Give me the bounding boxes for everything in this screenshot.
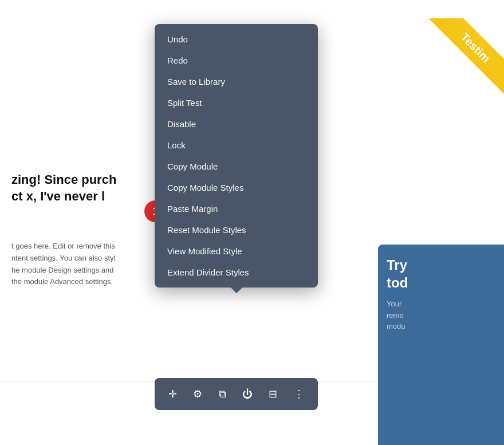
menu-item-disable[interactable]: Disable <box>155 113 318 135</box>
context-menu: UndoRedoSave to LibrarySplit TestDisable… <box>155 24 318 288</box>
small-text-3: he module Design settings and <box>11 266 114 274</box>
menu-item-paste-margin[interactable]: Paste Margin <box>155 198 318 219</box>
small-text-1: t goes here. Edit or remove this <box>11 242 115 250</box>
menu-item-extend-divider-styles[interactable]: Extend Divider Styles <box>155 262 318 283</box>
ribbon-decoration: Testim <box>401 18 504 121</box>
menu-item-undo[interactable]: Undo <box>155 29 318 50</box>
power-icon[interactable]: ⏻ <box>239 385 256 404</box>
text-content-small: t goes here. Edit or remove this ntent s… <box>0 235 158 294</box>
text-content-bold: zing! Since purch ct x, I've never l <box>0 160 160 216</box>
menu-item-reset-module-styles[interactable]: Reset Module Styles <box>155 219 318 241</box>
menu-item-copy-module-styles[interactable]: Copy Module Styles <box>155 177 318 198</box>
delete-icon[interactable]: ⊟ <box>265 384 281 404</box>
ribbon-text: Testim <box>426 18 504 97</box>
small-text-4: the module Advanced settings. <box>11 277 113 286</box>
menu-item-copy-module[interactable]: Copy Module <box>155 156 318 177</box>
blue-card-subtext: Your remo modu <box>387 298 495 332</box>
menu-item-save-to-library[interactable]: Save to Library <box>155 71 318 92</box>
menu-item-redo[interactable]: Redo <box>155 50 318 71</box>
duplicate-icon[interactable]: ⧉ <box>215 385 230 404</box>
settings-icon[interactable]: ⚙ <box>190 384 206 404</box>
menu-item-lock[interactable]: Lock <box>155 135 318 156</box>
more-icon[interactable]: ⋮ <box>290 384 308 404</box>
move-icon[interactable]: ✛ <box>165 384 180 404</box>
bold-text-line1: zing! Since purch <box>11 172 116 187</box>
menu-item-split-test[interactable]: Split Test <box>155 92 318 113</box>
small-text-2: ntent settings. You can also styl <box>11 254 115 262</box>
module-toolbar: ✛⚙⧉⏻⊟⋮ <box>155 378 318 410</box>
menu-item-view-modified-style[interactable]: View Modified Style <box>155 241 318 262</box>
bold-text-line2: ct x, I've never l <box>11 189 105 203</box>
blue-card-title: Try tod <box>387 256 495 292</box>
blue-card: Try tod Your remo modu <box>378 245 504 445</box>
